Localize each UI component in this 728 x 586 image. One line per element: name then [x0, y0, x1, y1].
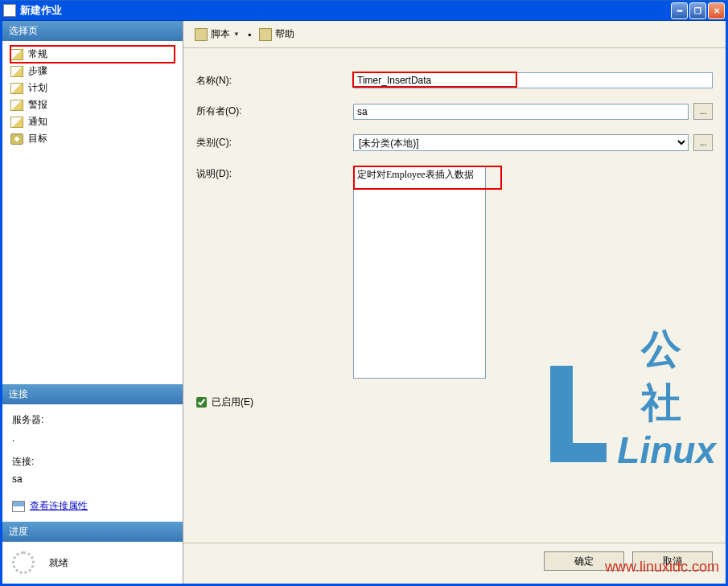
page-icon — [10, 83, 23, 94]
help-button[interactable]: 帮助 — [256, 26, 298, 43]
ok-button[interactable]: 确定 — [544, 551, 624, 571]
progress-panel: 就绪 — [2, 542, 183, 584]
server-label: 服务器: — [12, 411, 173, 429]
window-titlebar: 新建作业 ━ ❐ ✕ — [0, 0, 728, 21]
nav-label: 计划 — [28, 81, 47, 95]
description-label: 说明(D): — [196, 166, 353, 181]
category-label: 类别(C): — [196, 134, 353, 150]
nav-label: 常规 — [28, 47, 47, 61]
window-icon — [3, 4, 16, 17]
nav-item-schedules[interactable]: 计划 — [10, 80, 175, 96]
category-select[interactable]: [未分类(本地)] — [353, 134, 689, 151]
script-label: 脚本 — [211, 27, 230, 41]
owner-label: 所有者(O): — [196, 103, 353, 118]
page-icon — [10, 100, 23, 111]
window-title: 新建作业 — [20, 3, 671, 18]
help-label: 帮助 — [275, 27, 294, 41]
nav-item-steps[interactable]: 步骤 — [10, 63, 175, 80]
page-icon — [10, 66, 23, 77]
nav-label: 警报 — [28, 98, 47, 112]
name-input[interactable] — [353, 72, 713, 88]
nav-label: 步骤 — [28, 64, 47, 78]
link-text: 查看连接属性 — [30, 497, 88, 515]
chevron-down-icon: ▼ — [233, 31, 240, 38]
script-button[interactable]: 脚本 ▼ — [191, 26, 243, 43]
content-area: 脚本 ▼ ▪ 帮助 名称(N): 所有者(O): — [183, 21, 726, 584]
nav-label: 目标 — [28, 132, 47, 145]
server-value: . — [12, 429, 173, 448]
description-textarea[interactable]: 定时对Employee表插入数据 — [353, 166, 486, 379]
form-area: 名称(N): 所有者(O): ... 类别(C): — [183, 48, 726, 543]
toolbar: 脚本 ▼ ▪ 帮助 — [183, 21, 726, 48]
script-icon — [195, 28, 208, 41]
name-label: 名称(N): — [196, 72, 353, 88]
progress-status: 就绪 — [49, 556, 68, 570]
owner-browse-button[interactable]: ... — [693, 103, 713, 120]
nav-label: 通知 — [28, 115, 47, 129]
button-bar: 确定 取消 www.linuxidc.com — [183, 543, 726, 584]
target-icon — [10, 133, 23, 145]
nav-item-general[interactable]: 常规 — [10, 46, 175, 63]
watermark-en-text: Linux — [617, 428, 716, 472]
connection-header: 连接 — [2, 384, 183, 404]
nav-item-alerts[interactable]: 警报 — [10, 96, 175, 113]
connection-panel: 服务器: . 连接: sa 查看连接属性 — [2, 404, 183, 522]
progress-header: 进度 — [2, 522, 183, 542]
nav-item-notifications[interactable]: 通知 — [10, 113, 175, 130]
minimize-button[interactable]: ━ — [671, 2, 688, 19]
enabled-checkbox[interactable] — [196, 397, 207, 408]
owner-input[interactable] — [353, 104, 689, 120]
view-connection-properties-link[interactable]: 查看连接属性 — [12, 497, 173, 515]
connection-label: 连接: — [12, 453, 173, 471]
category-browse-button[interactable]: ... — [693, 134, 713, 151]
maximize-button[interactable]: ❐ — [689, 2, 706, 19]
page-icon — [10, 117, 23, 128]
select-page-header: 选择页 — [2, 21, 183, 41]
nav-item-targets[interactable]: 目标 — [10, 130, 175, 147]
cancel-button[interactable]: 取消 — [632, 551, 713, 571]
nav-list: 常规 步骤 计划 警报 通知 — [10, 46, 175, 147]
spinner-icon — [12, 551, 35, 574]
page-icon — [10, 49, 23, 60]
sidebar: 选择页 常规 步骤 计划 警报 — [2, 21, 183, 584]
connection-value: sa — [12, 470, 173, 489]
enabled-label: 已启用(E) — [212, 395, 253, 409]
connection-icon — [12, 501, 25, 512]
help-icon — [259, 28, 272, 41]
close-button[interactable]: ✕ — [708, 2, 725, 19]
